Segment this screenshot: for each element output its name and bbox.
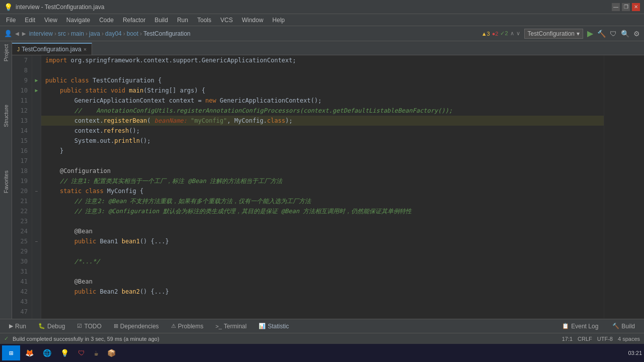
- build-tab-label: Build: [621, 323, 635, 330]
- coverage-button[interactable]: 🛡: [610, 30, 617, 38]
- file-encoding[interactable]: UTF-8: [597, 336, 613, 342]
- menu-refactor[interactable]: Refactor: [119, 16, 149, 25]
- build-button[interactable]: 🔨: [597, 30, 606, 38]
- bottom-toolbar: ▶ Run 🐛 Debug ☑ TODO ⊞ Dependencies ⚠ Pr…: [0, 319, 644, 333]
- breadcrumb-day04[interactable]: day04: [105, 30, 122, 37]
- code-line-10: public static void main(String[] args) {: [41, 85, 604, 96]
- indent-setting[interactable]: 4 spaces: [618, 336, 640, 342]
- menu-file[interactable]: File: [2, 16, 20, 25]
- bottom-tab-run[interactable]: ▶ Run: [4, 321, 31, 332]
- bottom-tab-statistic[interactable]: 📊 Statistic: [254, 321, 294, 332]
- code-line-14: context.refresh();: [41, 126, 604, 136]
- code-line-43: public Bean2 bean2() {...}: [41, 287, 604, 297]
- taskbar-browser-firefox[interactable]: 🦊: [21, 345, 38, 360]
- minimize-button[interactable]: —: [612, 3, 620, 11]
- dependencies-icon: ⊞: [114, 323, 118, 329]
- forward-icon[interactable]: ▶: [22, 30, 26, 37]
- run-config-label: TestConfiguration: [528, 30, 575, 37]
- code-line-41: [41, 266, 604, 277]
- left-sidebar: Project Structure Favorites: [0, 41, 12, 319]
- editor-tab-testconfiguration[interactable]: J TestConfiguration.java ×: [12, 43, 92, 55]
- editor-container: J TestConfiguration.java × 7 8 9 10 11 1…: [12, 41, 644, 319]
- menu-tools[interactable]: Tools: [193, 16, 215, 25]
- bottom-tab-dependencies[interactable]: ⊞ Dependencies: [109, 321, 164, 332]
- profile-icon[interactable]: 👤: [4, 30, 12, 37]
- bottom-tab-debug[interactable]: 🐛 Debug: [33, 321, 70, 332]
- bottom-tab-terminal[interactable]: >_ Terminal: [210, 321, 252, 332]
- bottom-tab-eventlog[interactable]: 📋 Event Log: [557, 321, 603, 332]
- run-gutter-icon-9[interactable]: ▶: [35, 75, 38, 85]
- maximize-button[interactable]: ❐: [622, 3, 630, 11]
- taskbar-app-red[interactable]: 🛡: [74, 345, 89, 360]
- sidebar-favorites-tab[interactable]: Favorites: [2, 169, 10, 194]
- code-editor[interactable]: 7 8 9 10 11 12 13 14 15 16 17 18 19 20 2…: [12, 55, 644, 319]
- breadcrumb-boot[interactable]: boot: [127, 30, 138, 37]
- menu-help[interactable]: Help: [268, 16, 289, 25]
- menu-bar: File Edit View Navigate Code Refactor Bu…: [0, 14, 644, 26]
- status-bar: ✓ Build completed successfully in 3 sec,…: [0, 333, 644, 344]
- breadcrumb-main[interactable]: main: [71, 30, 84, 37]
- menu-code[interactable]: Code: [95, 16, 118, 25]
- taskbar-app-package[interactable]: 📦: [103, 345, 120, 360]
- problems-tab-label: Problems: [178, 323, 204, 330]
- sidebar-project-tab[interactable]: Project: [2, 43, 10, 62]
- bottom-tab-build[interactable]: 🔨 Build: [607, 321, 640, 332]
- code-line-47: [41, 297, 604, 307]
- taskbar-app-java[interactable]: ☕: [90, 345, 102, 360]
- nav-up-icon[interactable]: ∧: [510, 30, 514, 37]
- menu-window[interactable]: Window: [238, 16, 268, 25]
- bottom-tab-todo[interactable]: ☑ TODO: [72, 321, 106, 332]
- check-count: ✓2: [500, 30, 508, 37]
- line-numbers: 7 8 9 10 11 12 13 14 15 16 17 18 19 20 2…: [12, 55, 32, 319]
- warning-indicators: ▲3 ●2 ✓2 ∧ ∨: [481, 30, 520, 37]
- taskbar-intellij[interactable]: 💡: [56, 345, 73, 360]
- run-gutter-icon-10[interactable]: ▶: [35, 85, 38, 96]
- menu-edit[interactable]: Edit: [21, 16, 39, 25]
- statistic-tab-label: Statistic: [268, 323, 289, 330]
- fold-icon-25[interactable]: −: [35, 236, 38, 246]
- run-button[interactable]: ▶: [587, 29, 593, 38]
- app-icon: 💡: [4, 3, 13, 11]
- bottom-tab-problems[interactable]: ⚠ Problems: [166, 321, 209, 332]
- menu-view[interactable]: View: [40, 16, 61, 25]
- breadcrumb-java[interactable]: java: [89, 30, 100, 37]
- menu-build[interactable]: Build: [150, 16, 172, 25]
- menu-vcs[interactable]: VCS: [216, 16, 237, 25]
- dependencies-tab-label: Dependencies: [120, 323, 159, 330]
- code-line-12: // AnnotationConfigUtils.registerAnnotat…: [41, 106, 604, 116]
- todo-icon: ☑: [77, 323, 82, 329]
- code-line-13: context.registerBean( beanName: "myConfi…: [41, 116, 604, 126]
- fold-icon-20[interactable]: −: [35, 186, 38, 196]
- code-line-18: @Configuration: [41, 166, 604, 176]
- code-line-25: public Bean1 bean1() {...}: [41, 236, 604, 246]
- line-ending[interactable]: CRLF: [578, 336, 592, 342]
- tab-filename: TestConfiguration.java: [22, 46, 82, 53]
- problems-icon: ⚠: [171, 323, 176, 329]
- build-status-text: Build completed successfully in 3 sec, 5…: [13, 336, 159, 342]
- settings-button[interactable]: ⚙: [633, 30, 640, 38]
- close-button[interactable]: ✕: [632, 3, 640, 11]
- code-line-8: [41, 65, 604, 75]
- menu-run[interactable]: Run: [173, 16, 192, 25]
- search-button[interactable]: 🔍: [621, 30, 629, 38]
- clock-display: 03:21: [628, 350, 642, 356]
- cursor-position[interactable]: 17:1: [562, 336, 573, 342]
- menu-navigate[interactable]: Navigate: [62, 16, 94, 25]
- run-config-dropdown[interactable]: TestConfiguration ▾: [524, 29, 583, 39]
- windows-start-button[interactable]: ⊞: [2, 345, 20, 360]
- code-line-11: GenericApplicationContext context = new …: [41, 96, 604, 106]
- nav-down-icon[interactable]: ∨: [516, 30, 520, 37]
- tab-close-button[interactable]: ×: [84, 46, 87, 52]
- status-left: ✓ Build completed successfully in 3 sec,…: [4, 335, 556, 342]
- code-lines: import org.springframework.context.suppo…: [41, 55, 604, 319]
- taskbar-browser-chrome[interactable]: 🌐: [39, 345, 55, 360]
- sidebar-structure-tab[interactable]: Structure: [2, 104, 10, 128]
- breadcrumb-src[interactable]: src: [58, 30, 66, 37]
- code-line-19: // 注意1: 配置类其实相当于一个工厂，标注 @Bean 注解的方法相当于工厂…: [41, 176, 604, 186]
- back-icon[interactable]: ◀: [15, 30, 19, 37]
- build-tab-icon: 🔨: [612, 323, 619, 329]
- breadcrumb-interview[interactable]: interview: [29, 30, 53, 37]
- title-bar: 💡 interview - TestConfiguration.java — ❐…: [0, 0, 644, 14]
- run-tab-label: Run: [15, 323, 26, 330]
- eventlog-tab-label: Event Log: [571, 323, 598, 330]
